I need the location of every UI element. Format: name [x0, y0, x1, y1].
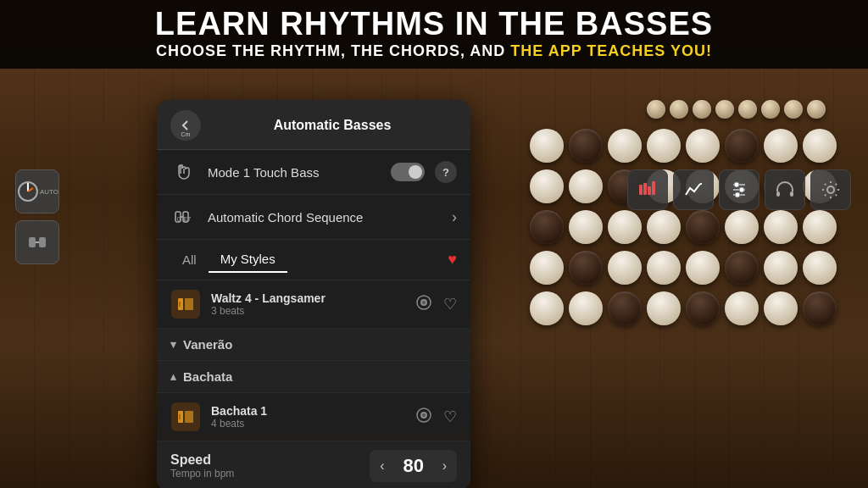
bachata1-text: Bachata 1 4 beats: [211, 404, 415, 430]
waltz-item[interactable]: Waltz 4 - Langsamer 3 beats ♡: [157, 280, 470, 329]
mode1-label: Mode 1 Touch Bass: [208, 165, 391, 180]
bachata-arrow: ▴: [170, 370, 176, 383]
svg-point-37: [422, 413, 426, 417]
speed-value: 80: [397, 455, 431, 477]
sub-title: CHOOSE THE RHYTHM, THE CHORDS, AND THE A…: [14, 42, 854, 60]
bachata1-actions: ♡: [415, 406, 457, 429]
svg-point-31: [422, 301, 426, 304]
sub-title-highlight: THE APP TEACHES YOU!: [510, 42, 712, 59]
chord-button[interactable]: [15, 220, 59, 264]
back-button[interactable]: Cm: [170, 110, 201, 141]
svg-point-15: [739, 187, 744, 192]
mode1-toggle[interactable]: [391, 163, 425, 181]
svg-rect-6: [639, 185, 643, 195]
mixer-button[interactable]: [719, 169, 760, 210]
chord-icon: G E7: [170, 203, 198, 230]
waltz-subtitle: 3 beats: [211, 305, 415, 317]
svg-rect-3: [29, 237, 36, 247]
hand-icon: [170, 158, 198, 186]
chord-sequence-label: Automatic Chord Sequence: [208, 210, 452, 225]
bachata1-item[interactable]: Bachata 1 4 beats ♡: [157, 393, 470, 441]
speed-subtitle: Tempo in bpm: [170, 468, 370, 480]
chord-sequence-row[interactable]: G E7 Automatic Chord Sequence ›: [157, 195, 470, 240]
svg-rect-27: [185, 298, 193, 310]
vanerão-group[interactable]: ▾ Vanerão: [157, 329, 470, 361]
svg-rect-32: [178, 411, 183, 423]
stats-button[interactable]: [673, 169, 714, 210]
headphones-button[interactable]: [765, 169, 805, 210]
vanerão-arrow: ▾: [170, 338, 176, 351]
left-toolbar: AUTO: [15, 169, 59, 264]
waltz-icon: [170, 289, 201, 319]
record-icon[interactable]: [415, 293, 433, 316]
bachata1-music-icon: [171, 402, 200, 431]
speed-decrease-button[interactable]: ‹: [380, 458, 384, 474]
metronome-button[interactable]: AUTO: [15, 169, 59, 214]
main-title: LEARN RHYTHMS IN THE BASSES: [14, 7, 854, 42]
settings-button[interactable]: [810, 169, 851, 210]
speed-label: Speed Tempo in bpm: [170, 452, 370, 480]
svg-rect-26: [178, 298, 183, 310]
panel-header: Cm Automatic Basses: [157, 100, 470, 150]
waltz-actions: ♡: [415, 293, 457, 316]
cm-label: Cm: [181, 131, 191, 137]
bachata-label: Bachata: [183, 369, 232, 384]
tab-my-styles[interactable]: My Styles: [209, 247, 287, 273]
waltz-text: Waltz 4 - Langsamer 3 beats: [211, 291, 415, 317]
favorite-heart-icon[interactable]: ♥: [448, 251, 457, 269]
svg-rect-33: [185, 411, 193, 423]
accordion-buttons-area: [512, 93, 851, 474]
top-toolbar: [627, 169, 851, 210]
chevron-right-icon: ›: [452, 208, 457, 226]
svg-point-16: [735, 192, 740, 197]
bachata1-heart-icon[interactable]: ♡: [443, 408, 457, 426]
bachata1-title: Bachata 1: [211, 404, 415, 418]
automatic-basses-panel: Cm Automatic Basses Mode 1 Touch Bass ? …: [157, 100, 470, 488]
svg-rect-18: [790, 191, 793, 197]
sub-title-start: CHOOSE THE RHYTHM, THE CHORDS, AND: [156, 42, 510, 59]
speed-section: Speed Tempo in bpm ‹ 80 ›: [157, 441, 470, 488]
header: LEARN RHYTHMS IN THE BASSES CHOOSE THE R…: [0, 0, 868, 69]
vanerão-label: Vanerão: [183, 337, 232, 352]
svg-rect-7: [643, 183, 647, 195]
equalizer-button[interactable]: [627, 169, 668, 210]
waltz-music-icon: [171, 290, 200, 319]
svg-text:E7: E7: [184, 216, 192, 222]
bachata-group[interactable]: ▴ Bachata: [157, 361, 470, 393]
speed-increase-button[interactable]: ›: [442, 458, 447, 474]
svg-rect-8: [648, 186, 651, 195]
svg-point-19: [827, 186, 834, 193]
svg-rect-4: [39, 237, 46, 247]
tab-all[interactable]: All: [170, 247, 209, 272]
svg-rect-9: [652, 181, 655, 195]
help-button[interactable]: ?: [435, 161, 457, 183]
bachata1-icon: [170, 402, 201, 432]
speed-title: Speed: [170, 452, 370, 468]
bachata1-subtitle: 4 beats: [211, 418, 415, 430]
heart-icon[interactable]: ♡: [443, 295, 457, 313]
tabs-section: All My Styles ♥: [157, 240, 470, 280]
mode1-row: Mode 1 Touch Bass ?: [157, 150, 470, 195]
svg-rect-17: [776, 191, 780, 197]
waltz-title: Waltz 4 - Langsamer: [211, 291, 415, 305]
bachata1-record-icon[interactable]: [415, 406, 433, 429]
svg-point-14: [734, 182, 739, 187]
panel-title: Automatic Basses: [208, 118, 457, 133]
speed-control: ‹ 80 ›: [370, 450, 457, 482]
